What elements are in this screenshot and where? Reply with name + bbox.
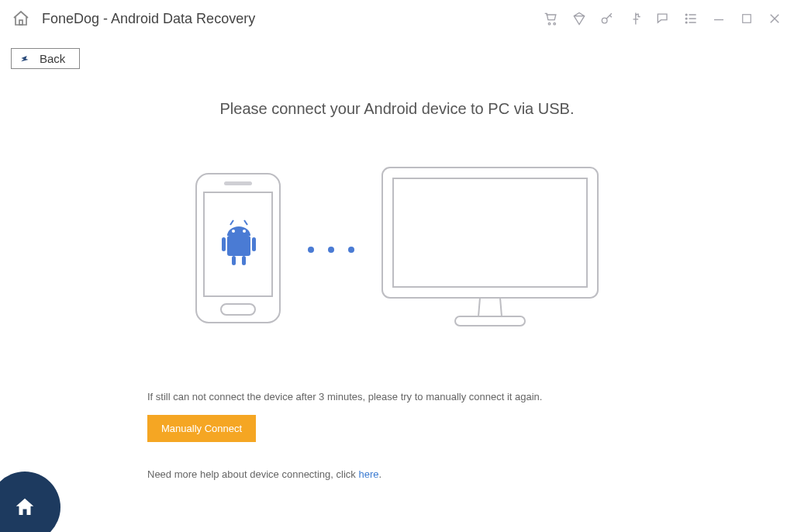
monitor-icon (378, 163, 602, 337)
svg-rect-23 (232, 256, 236, 265)
home-icon[interactable] (11, 9, 31, 29)
svg-rect-16 (224, 181, 252, 185)
svg-rect-21 (222, 237, 226, 251)
help-link[interactable]: here (358, 468, 378, 480)
floating-home-button[interactable] (0, 472, 60, 532)
svg-point-1 (548, 22, 551, 24)
back-arrow-icon (19, 54, 30, 64)
connect-instruction: Please connect your Android device to PC… (0, 100, 794, 118)
title-bar: FoneDog - Android Data Recovery (0, 0, 794, 37)
connection-dots (308, 247, 354, 253)
maximize-icon[interactable] (738, 10, 755, 27)
retry-note: If still can not connect the device afte… (147, 391, 690, 402)
help-text: Need more help about device connecting, … (147, 468, 690, 480)
svg-rect-22 (252, 237, 256, 251)
svg-rect-0 (19, 20, 22, 25)
social-icon[interactable] (627, 10, 644, 27)
svg-rect-17 (221, 304, 255, 315)
manually-connect-button[interactable]: Manually Connect (147, 415, 256, 442)
svg-rect-11 (743, 15, 751, 23)
svg-point-2 (554, 22, 556, 24)
svg-line-26 (244, 220, 247, 225)
help-section: If still can not connect the device afte… (147, 391, 690, 480)
svg-rect-28 (393, 178, 587, 287)
back-button-label: Back (40, 52, 65, 65)
back-button[interactable]: Back (11, 48, 80, 69)
toolbar-icons (543, 10, 783, 27)
menu-icon[interactable] (682, 10, 699, 27)
svg-point-4 (685, 14, 687, 16)
svg-line-25 (230, 220, 233, 225)
svg-point-6 (685, 18, 687, 19)
close-icon[interactable] (766, 10, 783, 27)
key-icon[interactable] (599, 10, 616, 27)
diamond-icon[interactable] (571, 10, 588, 27)
svg-rect-27 (382, 168, 598, 298)
phone-icon (192, 171, 285, 329)
help-prefix: Need more help about device connecting, … (147, 468, 358, 480)
help-suffix: . (378, 468, 381, 480)
svg-point-19 (232, 230, 235, 233)
chat-icon[interactable] (654, 10, 671, 27)
svg-rect-29 (455, 316, 525, 326)
connection-illustration (0, 163, 794, 337)
svg-point-20 (243, 230, 246, 233)
app-title: FoneDog - Android Data Recovery (42, 11, 255, 27)
minimize-icon[interactable] (710, 10, 727, 27)
svg-point-8 (685, 22, 687, 23)
svg-rect-24 (242, 256, 246, 265)
svg-rect-18 (227, 236, 250, 256)
cart-icon[interactable] (543, 10, 560, 27)
svg-point-3 (602, 18, 607, 23)
